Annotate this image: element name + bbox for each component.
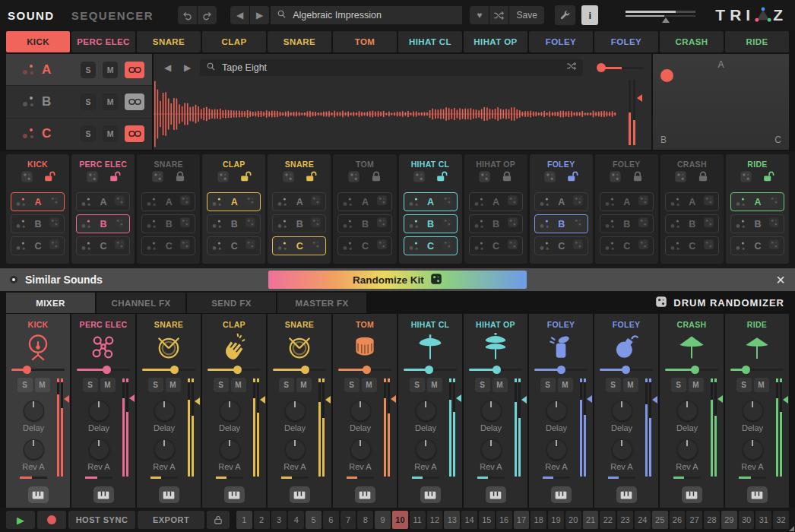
mute-button[interactable]: M xyxy=(100,378,116,392)
mute-button[interactable]: M xyxy=(35,378,50,392)
keyboard-button[interactable] xyxy=(224,486,245,503)
dice-icon[interactable] xyxy=(572,239,584,253)
keyboard-button[interactable] xyxy=(290,486,310,503)
dice-icon[interactable] xyxy=(310,195,321,209)
delay-knob[interactable] xyxy=(612,401,632,421)
tab-sound[interactable]: SOUND xyxy=(8,9,55,22)
solo-button[interactable]: S xyxy=(736,378,752,392)
solo-button[interactable]: S xyxy=(279,378,294,392)
lock-open-icon[interactable] xyxy=(762,171,774,185)
volume-slider-handle[interactable] xyxy=(233,366,242,374)
sample-slot-A[interactable]: ASM xyxy=(6,54,152,86)
keyboard-button[interactable] xyxy=(28,486,49,503)
slot-a-selector[interactable]: A xyxy=(600,192,654,211)
step-4[interactable]: 4 xyxy=(288,511,304,529)
sample-slot-C[interactable]: CSM xyxy=(6,119,152,150)
record-button[interactable] xyxy=(37,511,66,529)
slot-c-selector[interactable]: C xyxy=(534,236,588,255)
step-29[interactable]: 29 xyxy=(721,511,737,529)
dice-icon[interactable] xyxy=(114,217,125,231)
dice-icon[interactable] xyxy=(638,239,649,253)
mute-button[interactable]: M xyxy=(558,378,573,392)
solo-button[interactable]: S xyxy=(81,62,96,78)
slot-b-selector[interactable]: B xyxy=(76,214,130,233)
tab-sequencer[interactable]: SEQUENCER xyxy=(71,9,154,22)
mute-button[interactable]: M xyxy=(493,378,508,392)
step-32[interactable]: 32 xyxy=(773,511,789,529)
volume-slider-handle[interactable] xyxy=(103,366,111,374)
dice-icon[interactable] xyxy=(49,217,60,231)
track-tab-6-hihat-cl[interactable]: HIHAT CL xyxy=(398,31,462,52)
sample-slot-B[interactable]: BSM xyxy=(6,86,152,118)
slot-b-selector[interactable]: B xyxy=(534,214,588,233)
volume-slider[interactable] xyxy=(338,369,391,371)
slot-b-selector[interactable]: B xyxy=(272,214,326,233)
dice-icon[interactable] xyxy=(507,239,518,253)
delay-knob[interactable] xyxy=(481,401,502,421)
reverb-knob[interactable] xyxy=(89,439,109,460)
slot-b-selector[interactable]: B xyxy=(469,214,523,233)
solo-button[interactable]: S xyxy=(540,378,556,392)
lock-open-icon[interactable] xyxy=(43,171,55,185)
lock-open-icon[interactable] xyxy=(109,171,121,185)
step-11[interactable]: 11 xyxy=(410,511,426,529)
lock-open-icon[interactable] xyxy=(566,171,578,185)
slot-b-selector[interactable]: B xyxy=(600,214,654,233)
slot-b-selector[interactable]: B xyxy=(207,214,261,233)
solo-button[interactable]: S xyxy=(606,378,621,392)
tab-mixer[interactable]: MIXER xyxy=(6,293,95,313)
keyboard-button[interactable] xyxy=(682,486,702,503)
step-7[interactable]: 7 xyxy=(340,511,356,529)
dice-icon[interactable] xyxy=(245,239,256,253)
volume-slider[interactable] xyxy=(404,369,457,371)
volume-slider-handle[interactable] xyxy=(691,366,699,374)
slot-b-selector[interactable]: B xyxy=(11,214,65,233)
dice-icon[interactable] xyxy=(442,217,453,231)
solo-button[interactable]: S xyxy=(344,378,359,392)
delay-knob[interactable] xyxy=(416,401,436,421)
slot-c-selector[interactable]: C xyxy=(11,236,65,255)
solo-button[interactable]: S xyxy=(81,125,96,142)
dice-icon[interactable] xyxy=(442,239,453,253)
keyboard-button[interactable] xyxy=(159,486,179,503)
resize-handle[interactable] xyxy=(789,526,794,531)
track-tab-1-perc-elec[interactable]: PERC ELEC xyxy=(71,31,135,52)
mute-button[interactable]: M xyxy=(103,125,118,142)
keyboard-button[interactable] xyxy=(420,486,441,503)
slot-a-selector[interactable]: A xyxy=(272,192,326,211)
solo-button[interactable]: S xyxy=(83,378,98,392)
redo-button[interactable] xyxy=(198,6,217,24)
volume-slider-handle[interactable] xyxy=(557,366,565,374)
volume-slider-handle[interactable] xyxy=(301,366,309,374)
volume-slider[interactable] xyxy=(273,369,326,371)
close-randomizer-button[interactable]: × xyxy=(776,272,785,287)
dice-icon[interactable] xyxy=(507,195,518,209)
pad-position-dot[interactable] xyxy=(660,69,673,82)
volume-slider[interactable] xyxy=(600,369,653,371)
slot-b-selector[interactable]: B xyxy=(665,214,719,233)
delay-knob[interactable] xyxy=(546,401,567,421)
delay-knob[interactable] xyxy=(89,401,109,421)
slot-a-selector[interactable]: A xyxy=(337,192,391,211)
next-preset-button[interactable]: ▶ xyxy=(250,6,269,24)
tab-send-fx[interactable]: SEND FX xyxy=(187,293,276,313)
random-sample-icon[interactable] xyxy=(566,61,577,74)
slot-c-selector[interactable]: C xyxy=(337,236,391,255)
slot-c-selector[interactable]: C xyxy=(404,236,458,255)
favorite-button[interactable]: ♥ xyxy=(470,6,489,24)
reverb-knob[interactable] xyxy=(481,439,502,460)
dice-icon[interactable] xyxy=(376,195,388,209)
step-2[interactable]: 2 xyxy=(254,511,270,529)
volume-slider[interactable] xyxy=(665,369,718,371)
slot-a-selector[interactable]: A xyxy=(141,192,195,211)
track-tab-8-foley[interactable]: FOLEY xyxy=(529,31,593,52)
solo-button[interactable]: S xyxy=(475,378,490,392)
dice-icon[interactable] xyxy=(151,170,164,186)
preset-search-input[interactable] xyxy=(291,9,456,21)
slot-b-selector[interactable]: B xyxy=(730,214,784,233)
step-28[interactable]: 28 xyxy=(704,511,720,529)
mute-button[interactable]: M xyxy=(231,378,246,392)
volume-slider-handle[interactable] xyxy=(363,366,371,374)
track-tab-2-snare[interactable]: SNARE xyxy=(137,31,201,52)
mute-button[interactable]: M xyxy=(103,93,118,110)
